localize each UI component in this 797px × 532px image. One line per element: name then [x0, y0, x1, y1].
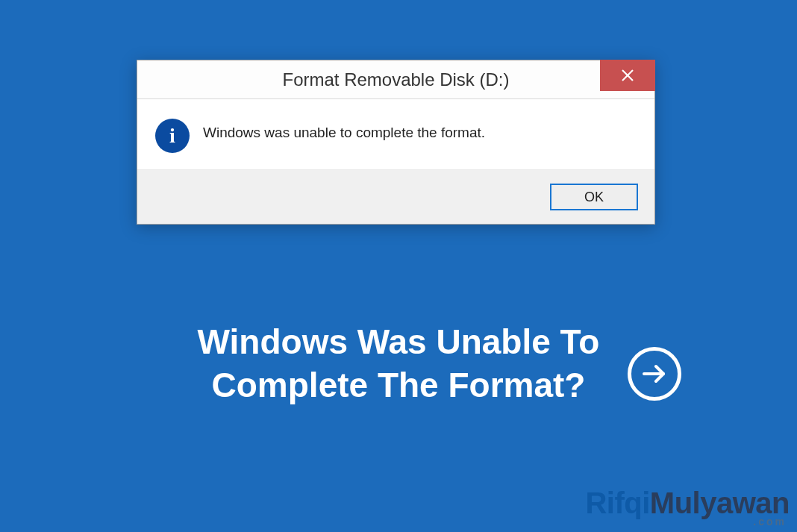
- next-arrow-button[interactable]: [628, 347, 681, 401]
- titlebar[interactable]: Format Removable Disk (D:): [137, 60, 654, 99]
- dialog-title: Format Removable Disk (D:): [137, 69, 654, 90]
- info-icon: i: [155, 119, 190, 153]
- arrow-right-icon: [641, 360, 668, 387]
- close-button[interactable]: [600, 60, 655, 91]
- watermark-part2: Mulyawan: [650, 486, 790, 519]
- close-icon: [621, 69, 634, 82]
- dialog-window: Format Removable Disk (D:) i Windows was…: [137, 60, 655, 225]
- dialog-content: i Windows was unable to complete the for…: [137, 99, 654, 170]
- info-icon-letter: i: [169, 125, 175, 146]
- dialog-message: Windows was unable to complete the forma…: [203, 122, 485, 141]
- watermark-part1: Rifqi: [585, 486, 649, 519]
- headline-text: Windows Was Unable To Complete The Forma…: [167, 321, 630, 407]
- button-area: OK: [137, 170, 654, 224]
- ok-button[interactable]: OK: [550, 184, 638, 210]
- watermark-domain: .com: [753, 516, 787, 528]
